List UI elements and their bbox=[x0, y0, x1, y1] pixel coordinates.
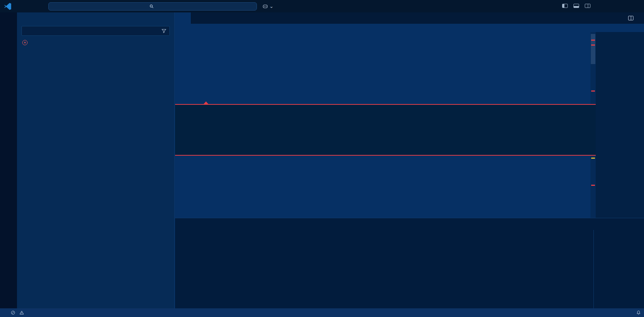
problems-status[interactable] bbox=[8, 310, 29, 315]
toggle-secondary-sidebar-icon[interactable] bbox=[582, 3, 593, 9]
failed-tests-icon: × bbox=[22, 40, 28, 45]
notifications-bell-icon[interactable] bbox=[633, 310, 644, 315]
vscode-logo-icon bbox=[4, 2, 12, 11]
editor-group bbox=[175, 12, 644, 218]
editor-tab-bar bbox=[175, 12, 644, 24]
chevron-down-icon: ⌄ bbox=[269, 3, 274, 9]
peek-arrow bbox=[203, 101, 209, 104]
tab-test1cs[interactable] bbox=[175, 12, 191, 24]
breadcrumb bbox=[175, 24, 644, 32]
filter-icon[interactable] bbox=[161, 29, 166, 34]
testing-sidebar: × bbox=[17, 12, 175, 308]
toggle-sidebar-icon[interactable] bbox=[559, 3, 570, 9]
test-error-peek bbox=[175, 104, 596, 156]
scrollbar-slider[interactable] bbox=[591, 34, 595, 64]
editor-void bbox=[596, 32, 644, 218]
minimize-button[interactable] bbox=[593, 0, 610, 12]
code-area bbox=[175, 32, 644, 218]
toggle-panel-icon[interactable] bbox=[570, 3, 582, 9]
maximize-button[interactable] bbox=[610, 0, 627, 12]
panel-tab-bar bbox=[175, 218, 644, 229]
activity-bar bbox=[0, 12, 17, 308]
close-button[interactable] bbox=[627, 0, 644, 12]
error-circle-icon bbox=[11, 310, 15, 315]
status-bar bbox=[0, 308, 644, 317]
command-center-search[interactable] bbox=[48, 2, 257, 11]
test-results-summary: × bbox=[17, 38, 174, 47]
split-editor-icon[interactable] bbox=[628, 16, 633, 20]
vscode-window: ⌄ × bbox=[0, 0, 644, 317]
title-bar: ⌄ bbox=[0, 0, 644, 12]
terminal-list bbox=[593, 230, 644, 308]
test-filter-box[interactable] bbox=[22, 26, 170, 36]
copilot-menu[interactable]: ⌄ bbox=[262, 3, 274, 9]
bottom-panel bbox=[175, 218, 644, 308]
test-filter-input[interactable] bbox=[25, 28, 161, 34]
search-icon bbox=[149, 4, 154, 9]
copilot-icon bbox=[262, 3, 268, 9]
warning-triangle-icon bbox=[19, 310, 24, 315]
terminal-output[interactable] bbox=[178, 230, 590, 308]
